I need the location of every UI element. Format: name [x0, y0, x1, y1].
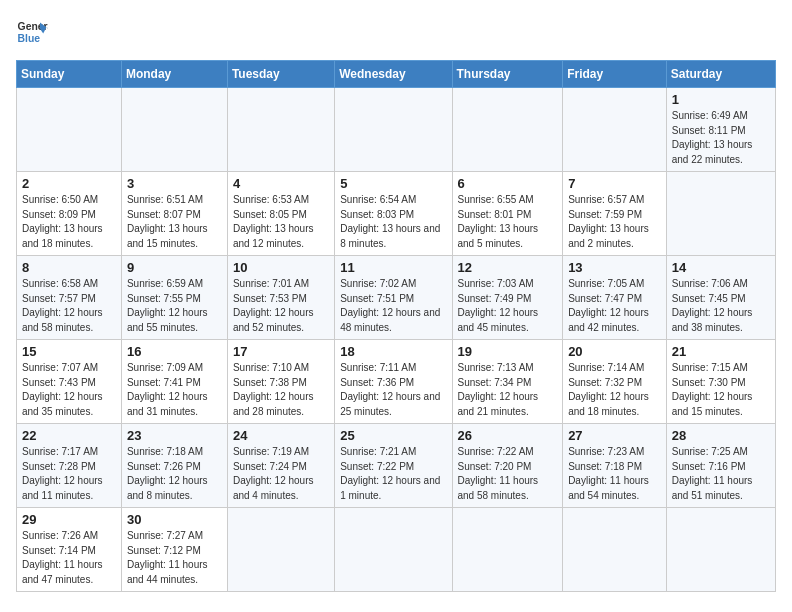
calendar-week-3: 15Sunrise: 7:07 AMSunset: 7:43 PMDayligh…	[17, 340, 776, 424]
calendar-cell: 9Sunrise: 6:59 AMSunset: 7:55 PMDaylight…	[121, 256, 227, 340]
page-header: General Blue	[16, 16, 776, 48]
day-number: 13	[568, 260, 661, 275]
day-number: 12	[458, 260, 558, 275]
calendar-cell: 7Sunrise: 6:57 AMSunset: 7:59 PMDaylight…	[563, 172, 667, 256]
calendar-cell: 12Sunrise: 7:03 AMSunset: 7:49 PMDayligh…	[452, 256, 563, 340]
calendar-week-2: 8Sunrise: 6:58 AMSunset: 7:57 PMDaylight…	[17, 256, 776, 340]
day-number: 15	[22, 344, 116, 359]
cell-info: Sunrise: 6:55 AMSunset: 8:01 PMDaylight:…	[458, 193, 558, 251]
cell-info: Sunrise: 7:25 AMSunset: 7:16 PMDaylight:…	[672, 445, 770, 503]
cell-info: Sunrise: 7:21 AMSunset: 7:22 PMDaylight:…	[340, 445, 446, 503]
cell-info: Sunrise: 7:13 AMSunset: 7:34 PMDaylight:…	[458, 361, 558, 419]
day-number: 11	[340, 260, 446, 275]
calendar-table: SundayMondayTuesdayWednesdayThursdayFrid…	[16, 60, 776, 592]
day-number: 23	[127, 428, 222, 443]
day-number: 26	[458, 428, 558, 443]
cell-info: Sunrise: 7:27 AMSunset: 7:12 PMDaylight:…	[127, 529, 222, 587]
cell-info: Sunrise: 7:18 AMSunset: 7:26 PMDaylight:…	[127, 445, 222, 503]
day-number: 6	[458, 176, 558, 191]
calendar-cell: 22Sunrise: 7:17 AMSunset: 7:28 PMDayligh…	[17, 424, 122, 508]
calendar-cell	[452, 88, 563, 172]
header-saturday: Saturday	[666, 61, 775, 88]
calendar-cell: 15Sunrise: 7:07 AMSunset: 7:43 PMDayligh…	[17, 340, 122, 424]
day-number: 9	[127, 260, 222, 275]
day-number: 4	[233, 176, 329, 191]
cell-info: Sunrise: 7:22 AMSunset: 7:20 PMDaylight:…	[458, 445, 558, 503]
cell-info: Sunrise: 7:02 AMSunset: 7:51 PMDaylight:…	[340, 277, 446, 335]
day-number: 17	[233, 344, 329, 359]
calendar-cell: 1Sunrise: 6:49 AMSunset: 8:11 PMDaylight…	[666, 88, 775, 172]
calendar-cell	[17, 88, 122, 172]
header-sunday: Sunday	[17, 61, 122, 88]
day-number: 24	[233, 428, 329, 443]
day-number: 28	[672, 428, 770, 443]
calendar-week-0: 1Sunrise: 6:49 AMSunset: 8:11 PMDaylight…	[17, 88, 776, 172]
calendar-cell: 10Sunrise: 7:01 AMSunset: 7:53 PMDayligh…	[227, 256, 334, 340]
cell-info: Sunrise: 7:19 AMSunset: 7:24 PMDaylight:…	[233, 445, 329, 503]
calendar-cell: 3Sunrise: 6:51 AMSunset: 8:07 PMDaylight…	[121, 172, 227, 256]
calendar-cell: 5Sunrise: 6:54 AMSunset: 8:03 PMDaylight…	[335, 172, 452, 256]
day-number: 14	[672, 260, 770, 275]
day-number: 20	[568, 344, 661, 359]
cell-info: Sunrise: 6:49 AMSunset: 8:11 PMDaylight:…	[672, 109, 770, 167]
cell-info: Sunrise: 7:17 AMSunset: 7:28 PMDaylight:…	[22, 445, 116, 503]
calendar-cell: 17Sunrise: 7:10 AMSunset: 7:38 PMDayligh…	[227, 340, 334, 424]
calendar-cell: 27Sunrise: 7:23 AMSunset: 7:18 PMDayligh…	[563, 424, 667, 508]
calendar-cell	[121, 88, 227, 172]
cell-info: Sunrise: 7:05 AMSunset: 7:47 PMDaylight:…	[568, 277, 661, 335]
svg-text:Blue: Blue	[18, 33, 41, 44]
day-number: 7	[568, 176, 661, 191]
calendar-cell	[335, 508, 452, 592]
header-monday: Monday	[121, 61, 227, 88]
day-number: 3	[127, 176, 222, 191]
cell-info: Sunrise: 7:09 AMSunset: 7:41 PMDaylight:…	[127, 361, 222, 419]
day-number: 22	[22, 428, 116, 443]
calendar-cell: 11Sunrise: 7:02 AMSunset: 7:51 PMDayligh…	[335, 256, 452, 340]
day-number: 16	[127, 344, 222, 359]
day-number: 30	[127, 512, 222, 527]
calendar-cell	[335, 88, 452, 172]
calendar-cell	[666, 508, 775, 592]
cell-info: Sunrise: 7:15 AMSunset: 7:30 PMDaylight:…	[672, 361, 770, 419]
cell-info: Sunrise: 6:51 AMSunset: 8:07 PMDaylight:…	[127, 193, 222, 251]
logo-icon: General Blue	[16, 16, 48, 48]
day-number: 19	[458, 344, 558, 359]
cell-info: Sunrise: 7:14 AMSunset: 7:32 PMDaylight:…	[568, 361, 661, 419]
header-thursday: Thursday	[452, 61, 563, 88]
calendar-cell: 24Sunrise: 7:19 AMSunset: 7:24 PMDayligh…	[227, 424, 334, 508]
cell-info: Sunrise: 6:54 AMSunset: 8:03 PMDaylight:…	[340, 193, 446, 251]
calendar-cell: 29Sunrise: 7:26 AMSunset: 7:14 PMDayligh…	[17, 508, 122, 592]
header-tuesday: Tuesday	[227, 61, 334, 88]
calendar-cell: 23Sunrise: 7:18 AMSunset: 7:26 PMDayligh…	[121, 424, 227, 508]
day-number: 8	[22, 260, 116, 275]
day-number: 10	[233, 260, 329, 275]
calendar-cell: 2Sunrise: 6:50 AMSunset: 8:09 PMDaylight…	[17, 172, 122, 256]
day-number: 25	[340, 428, 446, 443]
calendar-cell	[227, 508, 334, 592]
logo: General Blue	[16, 16, 48, 48]
calendar-week-5: 29Sunrise: 7:26 AMSunset: 7:14 PMDayligh…	[17, 508, 776, 592]
calendar-week-1: 2Sunrise: 6:50 AMSunset: 8:09 PMDaylight…	[17, 172, 776, 256]
calendar-cell: 14Sunrise: 7:06 AMSunset: 7:45 PMDayligh…	[666, 256, 775, 340]
calendar-cell: 13Sunrise: 7:05 AMSunset: 7:47 PMDayligh…	[563, 256, 667, 340]
calendar-cell	[452, 508, 563, 592]
cell-info: Sunrise: 6:57 AMSunset: 7:59 PMDaylight:…	[568, 193, 661, 251]
cell-info: Sunrise: 7:11 AMSunset: 7:36 PMDaylight:…	[340, 361, 446, 419]
calendar-cell: 16Sunrise: 7:09 AMSunset: 7:41 PMDayligh…	[121, 340, 227, 424]
day-number: 2	[22, 176, 116, 191]
day-number: 29	[22, 512, 116, 527]
calendar-cell: 18Sunrise: 7:11 AMSunset: 7:36 PMDayligh…	[335, 340, 452, 424]
calendar-cell	[227, 88, 334, 172]
calendar-header-row: SundayMondayTuesdayWednesdayThursdayFrid…	[17, 61, 776, 88]
cell-info: Sunrise: 7:23 AMSunset: 7:18 PMDaylight:…	[568, 445, 661, 503]
cell-info: Sunrise: 6:53 AMSunset: 8:05 PMDaylight:…	[233, 193, 329, 251]
calendar-cell: 4Sunrise: 6:53 AMSunset: 8:05 PMDaylight…	[227, 172, 334, 256]
calendar-cell	[666, 172, 775, 256]
calendar-cell	[563, 88, 667, 172]
cell-info: Sunrise: 7:07 AMSunset: 7:43 PMDaylight:…	[22, 361, 116, 419]
cell-info: Sunrise: 6:58 AMSunset: 7:57 PMDaylight:…	[22, 277, 116, 335]
calendar-cell: 21Sunrise: 7:15 AMSunset: 7:30 PMDayligh…	[666, 340, 775, 424]
header-friday: Friday	[563, 61, 667, 88]
calendar-cell: 30Sunrise: 7:27 AMSunset: 7:12 PMDayligh…	[121, 508, 227, 592]
cell-info: Sunrise: 7:01 AMSunset: 7:53 PMDaylight:…	[233, 277, 329, 335]
